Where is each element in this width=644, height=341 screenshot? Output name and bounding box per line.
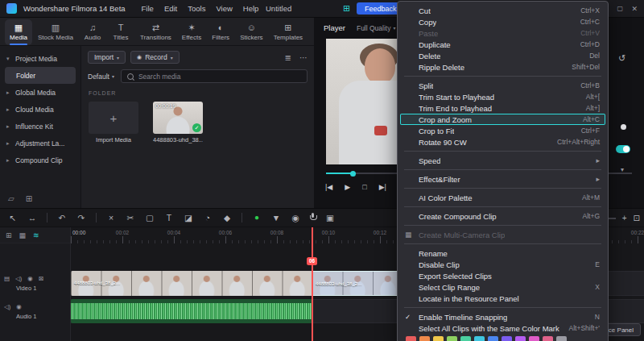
- hide-track-icon[interactable]: ◉: [27, 275, 33, 282]
- menu-help[interactable]: Help: [243, 4, 259, 13]
- menu-item-cut[interactable]: CutCtrl+X: [398, 5, 608, 16]
- menu-tools[interactable]: Tools: [188, 4, 205, 13]
- record-button[interactable]: ◉ Record ▾: [130, 51, 180, 64]
- pointer-tool-icon[interactable]: ↖: [8, 214, 18, 222]
- menu-view[interactable]: View: [216, 4, 232, 13]
- screen-record-icon[interactable]: ▣: [325, 214, 335, 222]
- sidebar-item-adjustment-la[interactable]: ▸Adjustment La...: [0, 135, 80, 152]
- speed-icon[interactable]: ◔: [203, 214, 213, 222]
- playhead[interactable]: 06: [312, 227, 313, 341]
- mask-icon[interactable]: ◪: [184, 214, 193, 222]
- sidebar-item-cloud-media[interactable]: ▸Cloud Media: [0, 101, 80, 118]
- menu-item-ripple-delete[interactable]: Ripple DeleteShift+Del: [398, 61, 608, 73]
- new-folder-icon[interactable]: ⊞: [26, 194, 32, 203]
- menu-item-locate-in-the-resource-panel[interactable]: Locate in the Resource Panel: [398, 293, 608, 304]
- maximize-icon[interactable]: ▢: [617, 5, 623, 12]
- progress-handle[interactable]: [350, 171, 356, 177]
- color-mark-swatch[interactable]: [488, 336, 498, 341]
- menu-item-crop-to-fit[interactable]: Crop to FitCtrl+F: [398, 125, 608, 136]
- tab-effects[interactable]: ✶Effects: [177, 19, 206, 45]
- marker-icon[interactable]: ▼: [271, 214, 281, 222]
- sidebar-item-influence-kit[interactable]: ▸Influence Kit: [0, 118, 80, 135]
- menu-item-trim-end-to-playhead[interactable]: Trim End to PlayheadAlt+]: [398, 102, 608, 114]
- sidebar-item-folder[interactable]: Folder: [5, 67, 76, 84]
- mute-track-icon[interactable]: ◁): [15, 275, 22, 282]
- step-back-icon[interactable]: |◀: [325, 183, 332, 191]
- color-mark-swatch[interactable]: [515, 336, 526, 341]
- audio-clip[interactable]: [71, 299, 312, 323]
- fit-timeline-icon[interactable]: ⊡: [634, 214, 640, 222]
- mute-track-icon[interactable]: ◉: [16, 303, 22, 310]
- search-input[interactable]: Search media: [121, 69, 308, 83]
- split-icon[interactable]: ✂: [126, 214, 135, 222]
- more-icon[interactable]: ⋯: [299, 53, 308, 62]
- tab-titles[interactable]: TTitles: [107, 19, 134, 45]
- menu-item-speed[interactable]: Speed▸: [398, 155, 608, 166]
- snap-toggle-icon[interactable]: ≋: [33, 231, 39, 239]
- color-mark-swatch[interactable]: [474, 336, 485, 341]
- color-mark-swatch[interactable]: [460, 336, 471, 341]
- delete-icon[interactable]: ×: [106, 214, 116, 222]
- color-mark-swatch[interactable]: [447, 336, 457, 341]
- step-forward-icon[interactable]: ▶|: [379, 183, 386, 191]
- color-mark-swatch[interactable]: [419, 336, 430, 341]
- visibility-dot-icon[interactable]: [621, 124, 626, 130]
- media-clip-tile[interactable]: 00:00:19 ✓ 4488803-uhd_38...: [153, 102, 203, 143]
- microphone-icon[interactable]: [310, 213, 316, 222]
- menu-item-delete[interactable]: DeleteDel: [398, 50, 608, 61]
- tab-stickers[interactable]: ☺Stickers: [235, 19, 267, 45]
- import-media-tile[interactable]: + Import Media: [89, 102, 138, 143]
- menu-item-create-compound-clip[interactable]: Create Compound ClipAlt+G: [398, 210, 608, 222]
- reset-icon[interactable]: ↺: [618, 53, 625, 64]
- folder-icon[interactable]: ▱: [8, 194, 14, 203]
- tab-filters[interactable]: ◐Filters: [207, 19, 234, 45]
- sort-dropdown[interactable]: Default ▾: [88, 73, 114, 81]
- tab-audio[interactable]: ♫Audio: [79, 19, 106, 45]
- menu-item-effect-filter[interactable]: Effect&Filter▸: [398, 173, 608, 185]
- menu-item-disable-clip[interactable]: Disable ClipE: [398, 259, 608, 270]
- manage-tracks-icon[interactable]: ⊞: [6, 231, 12, 239]
- menu-item-export-selected-clips[interactable]: Export Selected Clips: [398, 270, 608, 281]
- color-mark-swatch[interactable]: [406, 336, 416, 341]
- color-mark-swatch[interactable]: [556, 336, 567, 341]
- menu-item-enable-timeline-snapping[interactable]: ✓Enable Timeline SnappingN: [398, 311, 608, 322]
- quality-dropdown[interactable]: Full Quality ▾: [357, 24, 396, 32]
- close-icon[interactable]: ✕: [631, 5, 638, 13]
- color-mark-swatch[interactable]: [502, 336, 512, 341]
- toggle-switch[interactable]: [616, 145, 630, 153]
- filter-icon[interactable]: ≣: [285, 53, 291, 62]
- menu-edit[interactable]: Edit: [164, 4, 177, 13]
- menu-item-rotate-90-cw[interactable]: Rotate 90 CWCtrl+Alt+Right: [398, 136, 608, 148]
- redo-icon[interactable]: ↷: [76, 214, 86, 222]
- import-button[interactable]: Import ▾: [88, 51, 126, 64]
- stop-icon[interactable]: □: [362, 183, 366, 191]
- menu-item-trim-start-to-playhead[interactable]: Trim Start to PlayheadAlt+[: [398, 91, 608, 102]
- tab-media[interactable]: ▦Media: [5, 19, 32, 45]
- menu-item-crop-and-zoom[interactable]: Crop and ZoomAlt+C: [400, 114, 605, 125]
- menu-item-select-clip-range[interactable]: Select Clip RangeX: [398, 281, 608, 293]
- text-tool-icon[interactable]: T: [164, 214, 174, 222]
- color-mark-swatch[interactable]: [529, 336, 539, 341]
- tab-templates[interactable]: ⊞Templates: [269, 19, 308, 45]
- sidebar-item-global-media[interactable]: ▸Global Media: [0, 84, 80, 101]
- undo-icon[interactable]: ↶: [57, 214, 67, 222]
- tab-transitions[interactable]: ⇄Transitions: [135, 19, 176, 45]
- color-mark-swatch[interactable]: [433, 336, 444, 341]
- menu-item-rename[interactable]: Rename: [398, 247, 608, 259]
- keyframe-icon[interactable]: ◆: [222, 214, 232, 222]
- sidebar-item-project-media[interactable]: ▾Project Media: [0, 50, 80, 67]
- tab-stock-media[interactable]: ▥Stock Media: [33, 19, 78, 45]
- track-options-icon[interactable]: ▦: [19, 231, 27, 239]
- menu-item-ai-color-palette[interactable]: AI Color PaletteAlt+M: [398, 192, 608, 203]
- chevron-down-icon[interactable]: ▾: [621, 166, 624, 173]
- menu-file[interactable]: File: [142, 4, 154, 13]
- crop-icon[interactable]: ▢: [145, 214, 155, 222]
- menu-item-split[interactable]: SplitCtrl+B: [398, 80, 608, 91]
- menu-item-select-all-clips-with-the-same-color-mark[interactable]: Select All Clips with the Same Color Mar…: [398, 322, 608, 334]
- menu-item-duplicate[interactable]: DuplicateCtrl+D: [398, 39, 608, 50]
- zoom-in-icon[interactable]: +: [622, 214, 627, 222]
- chroma-key-icon[interactable]: ●: [252, 214, 262, 222]
- layout-icon[interactable]: ⊞: [343, 4, 350, 13]
- play-icon[interactable]: ▶: [345, 183, 350, 191]
- trim-tool-icon[interactable]: ↔: [27, 214, 37, 222]
